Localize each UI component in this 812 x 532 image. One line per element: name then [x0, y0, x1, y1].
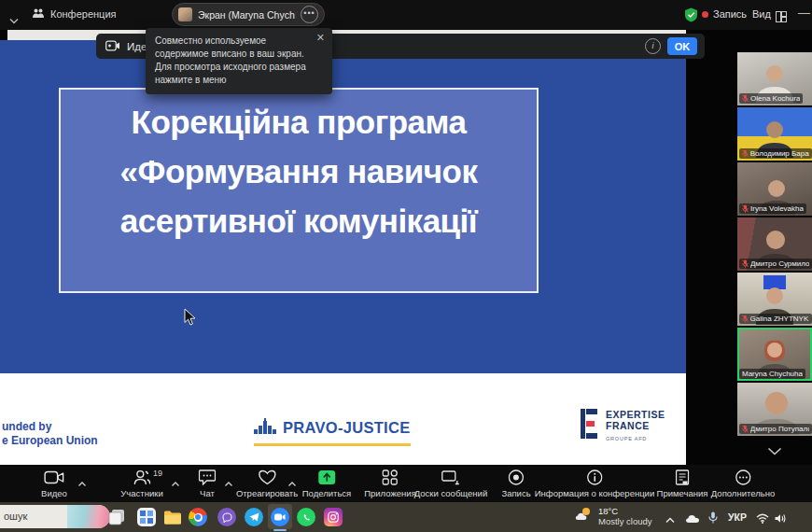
expertise-line: EXPERTISE: [606, 409, 665, 420]
participant-tile[interactable]: Дмитро Потупало: [737, 383, 812, 436]
share-screen-button[interactable]: Поделиться: [302, 469, 351, 498]
view-grid-icon[interactable]: [776, 9, 787, 26]
participant-tile[interactable]: Володимир Барах: [737, 107, 812, 161]
chat-options-chevron-icon[interactable]: [225, 474, 233, 491]
banner-info-icon[interactable]: i: [645, 38, 661, 54]
participant-tile[interactable]: Дмитро Сурмило: [737, 217, 812, 271]
weather-condition: Mostly cloudy: [598, 516, 652, 526]
participant-tile-active-speaker[interactable]: Maryna Chychuha: [737, 328, 812, 381]
eu-funding-line2: e European Union: [2, 434, 98, 448]
apps-icon: [383, 469, 399, 486]
participant-tile[interactable]: Galina ZHYTNYK (: [737, 273, 812, 326]
france-line: FRANCE: [606, 420, 665, 431]
pravo-justice-logo: PRAVO-JUSTICE: [254, 418, 411, 446]
recording-dot-icon: [702, 11, 708, 18]
recording-indicator[interactable]: Запись: [702, 8, 747, 20]
shared-screen-tab-label: Экран (Maryna Chychuha): [198, 9, 295, 21]
onedrive-cloud-icon[interactable]: [685, 511, 700, 527]
collapse-chevron-icon[interactable]: [9, 11, 19, 28]
video-button[interactable]: Видео: [41, 469, 67, 498]
participant-name-label: Galina ZHYTNYK (: [739, 314, 812, 324]
shared-content-tooltip: Совместно используемое содержимое вписан…: [146, 28, 332, 94]
viber-icon[interactable]: [217, 507, 237, 527]
chat-button[interactable]: Чат: [199, 469, 217, 498]
meeting-topbar: Конференция Экран (Maryna Chychuha) ••• …: [0, 0, 812, 30]
taskbar-weather-widget[interactable]: 18°C Mostly cloudy: [575, 506, 652, 526]
meeting-icon: [32, 7, 45, 21]
search-placeholder: ошук: [4, 511, 27, 522]
tray-expand-chevron-icon[interactable]: [665, 511, 675, 527]
mic-muted-icon: [742, 204, 749, 213]
tray-microphone-icon[interactable]: [708, 511, 718, 527]
minimize-icon[interactable]: —: [798, 6, 810, 20]
participant-tile[interactable]: Olena Kochura: [737, 52, 812, 105]
react-options-chevron-icon[interactable]: [288, 474, 297, 491]
mouse-cursor: [184, 308, 196, 329]
slide-title-line3: асертивної комунікації: [61, 196, 537, 245]
widgets-app-icon[interactable]: [136, 507, 157, 527]
record-button[interactable]: Запись: [501, 469, 530, 498]
mic-muted-icon: [742, 94, 749, 103]
security-shield-icon[interactable]: [684, 7, 698, 26]
shared-screen-tab[interactable]: Экран (Maryna Chychuha) •••: [172, 3, 325, 26]
meeting-menu[interactable]: Конференция: [32, 7, 116, 21]
screen-thumbnail: [178, 7, 192, 21]
slide-footer: unded by e European Union PRAVO-JUSTICE …: [0, 373, 686, 465]
whiteboard-icon: [441, 469, 460, 486]
eu-funding-line1: unded by: [2, 420, 98, 434]
participants-icon: 19: [133, 469, 150, 486]
weather-icon: [575, 506, 594, 526]
more-participants-chevron-icon[interactable]: [767, 442, 782, 459]
participants-options-chevron-icon[interactable]: [172, 474, 180, 491]
wifi-icon[interactable]: [756, 511, 769, 527]
participant-name-label: Володимир Барах: [739, 148, 812, 159]
participant-tile[interactable]: Iryna Volevakha: [737, 162, 812, 216]
participant-name-label: Olena Kochura: [739, 93, 803, 104]
instagram-icon[interactable]: [323, 507, 343, 527]
whatsapp-icon[interactable]: [296, 507, 316, 527]
notes-button[interactable]: Примечания: [657, 469, 708, 498]
language-indicator[interactable]: УКР: [728, 511, 747, 523]
participant-name-label: Iryna Volevakha: [739, 203, 806, 214]
record-icon: [508, 469, 524, 486]
search-daily-image: [67, 505, 110, 528]
chat-bubble-icon: [199, 469, 217, 486]
zoom-meeting-window: Конференция Экран (Maryna Chychuha) ••• …: [0, 0, 812, 532]
task-view-icon[interactable]: [106, 507, 127, 527]
file-explorer-icon[interactable]: [162, 507, 183, 527]
whiteboards-button[interactable]: Доски сообщений: [414, 469, 487, 498]
meeting-label: Конференция: [50, 8, 116, 20]
participant-name-label: Дмитро Потупало: [739, 424, 812, 434]
video-options-chevron-icon[interactable]: [78, 474, 87, 491]
tab-options-ellipsis-icon[interactable]: •••: [301, 6, 318, 23]
ok-button[interactable]: OK: [667, 37, 697, 55]
tooltip-close-icon[interactable]: ✕: [316, 33, 325, 43]
mic-muted-icon: [742, 259, 749, 268]
participant-name-label: Дмитро Сурмило: [739, 259, 812, 269]
zoom-app-icon[interactable]: [270, 507, 290, 527]
mic-muted-icon: [742, 315, 749, 323]
pravo-justice-building-icon: [254, 418, 276, 438]
taskbar-search-box[interactable]: ошук: [0, 505, 110, 528]
presentation-slide: Корекційна програма «Формування навичок …: [0, 40, 686, 373]
meeting-toolbar: Видео 19 Участники Чат Отреагировать: [0, 465, 812, 502]
slide-title-line2: «Формування навичок: [61, 147, 537, 196]
apps-button[interactable]: Приложения: [364, 469, 416, 498]
active-app-underline: [273, 529, 287, 531]
more-button[interactable]: Дополнительно: [711, 469, 775, 498]
heart-icon: [259, 469, 276, 486]
chrome-icon[interactable]: [188, 507, 208, 527]
mic-muted-icon: [742, 149, 749, 158]
share-screen-icon: [318, 469, 336, 486]
expertise-france-e-icon: [581, 409, 599, 442]
participants-button[interactable]: 19 Участники: [120, 469, 162, 498]
volume-icon[interactable]: [775, 511, 787, 527]
expertise-france-text: EXPERTISE FRANCE GROUPE AFD: [606, 409, 665, 444]
participants-count-badge: 19: [153, 469, 162, 478]
weather-temp: 18°C: [598, 506, 652, 516]
meeting-info-button[interactable]: Информация о конференции: [535, 469, 655, 498]
video-camera-icon: [44, 469, 64, 486]
telegram-icon[interactable]: [244, 507, 264, 527]
view-menu-label[interactable]: Вид: [752, 8, 771, 20]
pravo-justice-label: PRAVO-JUSTICE: [283, 419, 411, 437]
